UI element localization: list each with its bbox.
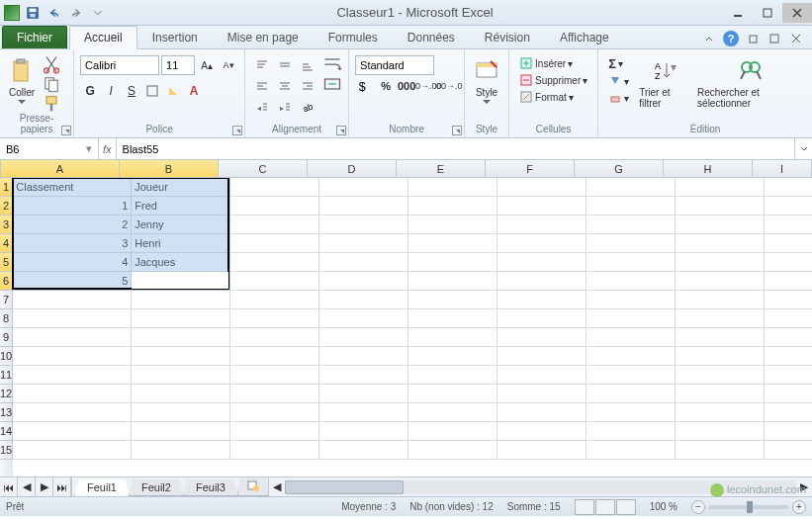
cell-A11[interactable] bbox=[13, 366, 132, 385]
sheet-nav-first-icon[interactable]: ⏮ bbox=[0, 477, 18, 496]
col-header-G[interactable]: G bbox=[575, 160, 664, 177]
file-tab[interactable]: Fichier bbox=[2, 26, 67, 48]
align-top-icon[interactable] bbox=[251, 55, 273, 75]
zoom-out-button[interactable]: − bbox=[691, 500, 705, 514]
sheet-tab-Feuil2[interactable]: Feuil2 bbox=[129, 479, 184, 496]
cell-G7[interactable] bbox=[586, 291, 676, 309]
cell-H3[interactable] bbox=[676, 216, 765, 234]
col-header-H[interactable]: H bbox=[664, 160, 753, 177]
tab-insertion[interactable]: Insertion bbox=[137, 26, 213, 48]
cell-E9[interactable] bbox=[408, 328, 497, 347]
cell-C6[interactable] bbox=[230, 272, 319, 291]
cell-A7[interactable] bbox=[13, 291, 132, 309]
cell-C1[interactable] bbox=[230, 178, 319, 197]
cell-A8[interactable] bbox=[13, 309, 132, 328]
cell-F8[interactable] bbox=[497, 309, 586, 328]
view-pagebreak-icon[interactable] bbox=[616, 499, 636, 515]
cell-B8[interactable] bbox=[132, 309, 230, 328]
number-dialog-launcher[interactable] bbox=[452, 126, 462, 135]
font-size-select[interactable] bbox=[161, 55, 195, 75]
cell-G10[interactable] bbox=[586, 347, 676, 366]
underline-button[interactable]: S bbox=[122, 81, 141, 101]
cell-F3[interactable] bbox=[497, 216, 586, 234]
row-header-6[interactable]: 6 bbox=[0, 272, 13, 291]
row-header-1[interactable]: 1 bbox=[0, 178, 13, 197]
align-right-icon[interactable] bbox=[297, 76, 318, 96]
cell-A1[interactable]: Classement bbox=[13, 178, 132, 197]
cell-E14[interactable] bbox=[408, 422, 497, 441]
cell-I3[interactable] bbox=[765, 216, 812, 234]
cell-G2[interactable] bbox=[586, 197, 676, 216]
cell-F7[interactable] bbox=[497, 291, 586, 309]
col-header-E[interactable]: E bbox=[397, 160, 486, 177]
font-name-select[interactable] bbox=[80, 55, 159, 75]
window-close-icon[interactable] bbox=[788, 31, 804, 46]
cell-E3[interactable] bbox=[408, 216, 497, 234]
cell-B1[interactable]: Joueur bbox=[132, 178, 230, 197]
cell-B2[interactable]: Fred bbox=[132, 197, 230, 216]
bold-button[interactable]: G bbox=[80, 81, 100, 101]
orientation-icon[interactable]: ab bbox=[297, 97, 318, 117]
delete-cells-button[interactable]: Supprimer ▾ bbox=[515, 72, 591, 88]
find-select-button[interactable]: Rechercher et sélectionner bbox=[695, 55, 806, 111]
cell-B6[interactable]: Blast55 bbox=[132, 272, 230, 291]
cell-E2[interactable] bbox=[408, 197, 497, 216]
cell-C8[interactable] bbox=[230, 309, 319, 328]
cell-H8[interactable] bbox=[676, 309, 765, 328]
undo-icon[interactable] bbox=[45, 4, 63, 22]
decrease-indent-icon[interactable] bbox=[251, 97, 273, 117]
sheet-nav-prev-icon[interactable]: ◀ bbox=[18, 477, 36, 496]
merge-center-icon[interactable] bbox=[322, 75, 342, 93]
cell-C2[interactable] bbox=[230, 197, 319, 216]
cell-F14[interactable] bbox=[497, 422, 586, 441]
percent-format-icon[interactable]: % bbox=[376, 77, 396, 95]
cell-C13[interactable] bbox=[230, 403, 319, 422]
row-header-15[interactable]: 15 bbox=[0, 441, 13, 460]
autosum-icon[interactable]: Σ ▾ bbox=[604, 55, 633, 72]
paste-button[interactable]: Coller bbox=[6, 55, 38, 106]
cell-D13[interactable] bbox=[319, 403, 408, 422]
window-restore-icon[interactable] bbox=[745, 31, 761, 46]
formula-input[interactable] bbox=[117, 138, 794, 159]
align-middle-icon[interactable] bbox=[274, 55, 296, 75]
cell-D12[interactable] bbox=[319, 385, 408, 403]
cell-A9[interactable] bbox=[13, 328, 132, 347]
cell-G8[interactable] bbox=[586, 309, 676, 328]
cell-C3[interactable] bbox=[230, 216, 319, 234]
cell-B15[interactable] bbox=[132, 441, 230, 460]
sheet-nav-next-icon[interactable]: ▶ bbox=[36, 477, 53, 496]
cell-I13[interactable] bbox=[765, 403, 812, 422]
wrap-text-icon[interactable] bbox=[322, 55, 342, 73]
cell-G6[interactable] bbox=[586, 272, 676, 291]
new-sheet-button[interactable] bbox=[237, 477, 269, 496]
row-header-5[interactable]: 5 bbox=[0, 253, 13, 272]
cell-H10[interactable] bbox=[676, 347, 765, 366]
help-icon[interactable]: ? bbox=[723, 31, 739, 46]
cell-H14[interactable] bbox=[676, 422, 765, 441]
cell-D5[interactable] bbox=[319, 253, 408, 272]
cell-I6[interactable] bbox=[765, 272, 812, 291]
col-header-B[interactable]: B bbox=[120, 160, 219, 177]
cell-H6[interactable] bbox=[676, 272, 765, 291]
cell-A4[interactable]: 3 bbox=[13, 234, 132, 253]
cell-I4[interactable] bbox=[765, 234, 812, 253]
tab-données[interactable]: Données bbox=[393, 26, 470, 48]
cell-H1[interactable] bbox=[676, 178, 765, 197]
hscroll-left-icon[interactable]: ◀ bbox=[269, 480, 285, 493]
cell-H2[interactable] bbox=[676, 197, 765, 216]
align-bottom-icon[interactable] bbox=[297, 55, 318, 75]
cell-B7[interactable] bbox=[132, 291, 230, 309]
cell-F12[interactable] bbox=[497, 385, 586, 403]
cell-C10[interactable] bbox=[230, 347, 319, 366]
cell-C12[interactable] bbox=[230, 385, 319, 403]
cell-F15[interactable] bbox=[497, 441, 586, 460]
cell-C7[interactable] bbox=[230, 291, 319, 309]
cell-F5[interactable] bbox=[497, 253, 586, 272]
row-header-14[interactable]: 14 bbox=[0, 422, 13, 441]
row-header-7[interactable]: 7 bbox=[0, 291, 13, 309]
cell-I14[interactable] bbox=[765, 422, 812, 441]
cell-D4[interactable] bbox=[319, 234, 408, 253]
decrease-decimal-icon[interactable]: .00→.0 bbox=[438, 77, 458, 95]
sheet-tab-Feuil1[interactable]: Feuil1 bbox=[74, 479, 130, 496]
minimize-button[interactable] bbox=[723, 3, 753, 23]
